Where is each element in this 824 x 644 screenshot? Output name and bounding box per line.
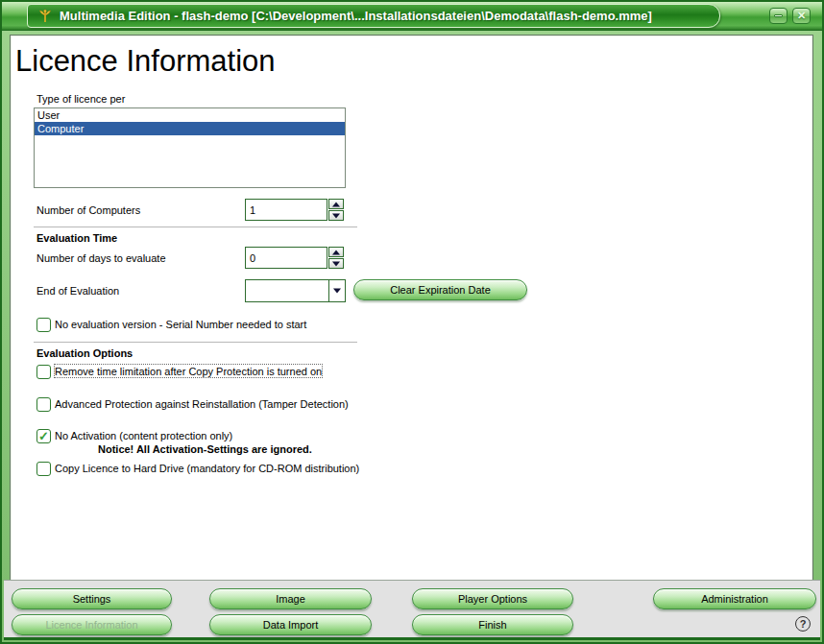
section-divider <box>34 342 357 343</box>
nav-player-options-button[interactable]: Player Options <box>412 588 573 609</box>
tamper-detection-checkbox[interactable] <box>36 397 51 412</box>
number-of-computers-label: Number of Computers <box>36 204 140 216</box>
close-button[interactable]: ✕ <box>792 8 811 24</box>
arrow-up-icon <box>332 250 340 254</box>
nav-image-button[interactable]: Image <box>209 588 372 609</box>
copy-licence-row: Copy Licence to Hard Drive (mandatory fo… <box>36 462 359 476</box>
days-to-evaluate-input[interactable] <box>245 247 327 269</box>
list-item-user[interactable]: User <box>35 108 345 122</box>
arrow-down-icon <box>332 261 340 266</box>
tamper-detection-label[interactable]: Advanced Protection against Reinstallati… <box>55 397 349 410</box>
close-icon: ✕ <box>797 11 806 21</box>
nav-settings-button[interactable]: Settings <box>12 588 172 609</box>
section-divider <box>34 227 357 227</box>
remove-time-limitation-checkbox[interactable] <box>36 365 51 379</box>
no-eval-version-checkbox[interactable] <box>36 318 51 332</box>
days-to-evaluate-spinner <box>245 247 344 269</box>
title-tab: Multimedia Edition - flash-demo [C:\Deve… <box>27 4 720 28</box>
days-to-evaluate-label: Number of days to evaluate <box>36 252 166 264</box>
minimize-icon <box>774 14 783 17</box>
licence-type-listbox[interactable]: User Computer <box>34 107 346 188</box>
minimize-button[interactable] <box>769 8 788 24</box>
evaluation-time-heading: Evaluation Time <box>36 232 117 244</box>
arrow-down-icon <box>332 213 340 218</box>
remove-time-limitation-row: Remove time limitation after Copy Protec… <box>36 365 322 379</box>
number-of-computers-input[interactable] <box>245 199 327 221</box>
remove-time-limitation-label[interactable]: Remove time limitation after Copy Protec… <box>55 365 322 377</box>
window-title: Multimedia Edition - flash-demo [C:\Deve… <box>60 9 652 23</box>
no-activation-row: ✓ No Activation (content protection only… <box>36 429 232 443</box>
list-item-computer[interactable]: Computer <box>35 122 345 135</box>
days-spin-up-button[interactable] <box>328 247 344 257</box>
days-spin-down-button[interactable] <box>328 258 344 269</box>
end-of-evaluation-dropdown[interactable] <box>245 279 346 302</box>
no-activation-checkbox[interactable]: ✓ <box>36 429 51 443</box>
page-title: Licence Information <box>15 44 276 79</box>
copy-licence-label[interactable]: Copy Licence to Hard Drive (mandatory fo… <box>55 462 359 474</box>
app-logo-icon <box>37 9 53 24</box>
number-of-computers-spinner <box>245 199 344 221</box>
no-activation-label[interactable]: No Activation (content protection only) <box>55 429 232 441</box>
nav-data-import-button[interactable]: Data Import <box>209 614 372 635</box>
tamper-detection-row: Advanced Protection against Reinstallati… <box>36 397 349 412</box>
activation-notice: Notice! All Activation-Settings are igno… <box>98 443 312 455</box>
nav-licence-information-button: Licence Information <box>12 614 172 635</box>
no-eval-version-label[interactable]: No evaluation version - Serial Number ne… <box>55 318 306 330</box>
copy-licence-checkbox[interactable] <box>36 462 51 476</box>
arrow-up-icon <box>332 202 340 206</box>
app-window: Multimedia Edition - flash-demo [C:\Deve… <box>0 0 824 644</box>
help-icon[interactable]: ? <box>795 616 811 632</box>
computers-spin-up-button[interactable] <box>328 199 344 209</box>
title-bar: Multimedia Edition - flash-demo [C:\Deve… <box>2 2 822 31</box>
chevron-down-icon[interactable] <box>328 280 345 301</box>
no-eval-version-checkbox-row: No evaluation version - Serial Number ne… <box>36 318 306 332</box>
licence-type-label: Type of licence per <box>36 93 125 105</box>
clear-expiration-date-button[interactable]: Clear Expiration Date <box>353 279 527 300</box>
nav-finish-button[interactable]: Finish <box>412 614 573 635</box>
nav-administration-button[interactable]: Administration <box>653 588 816 609</box>
end-of-evaluation-label: End of Evaluation <box>36 285 119 297</box>
evaluation-options-heading: Evaluation Options <box>36 347 133 359</box>
computers-spin-down-button[interactable] <box>328 210 344 221</box>
bottom-nav-bar: Settings Image Player Options Administra… <box>4 580 820 640</box>
